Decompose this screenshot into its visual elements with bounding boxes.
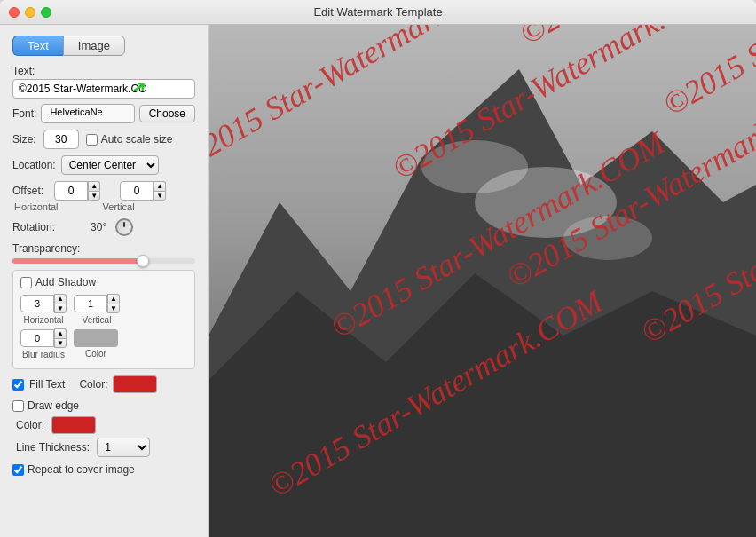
draw-edge-label: Draw edge (28, 399, 79, 412)
offset-v-up[interactable]: ▲ (154, 181, 166, 191)
font-label: Font: (12, 107, 36, 120)
rotation-dial[interactable] (115, 218, 133, 236)
transparency-slider-track[interactable] (12, 258, 195, 264)
choose-font-button[interactable]: Choose (139, 105, 195, 122)
shadow-blur-row: ▲ ▼ Blur radius Color (20, 328, 187, 359)
offset-h-label: Horizontal (14, 201, 59, 212)
tab-image[interactable]: Image (63, 36, 125, 56)
edge-color-label: Color: (16, 419, 44, 431)
blur-label: Blur radius (22, 350, 65, 359)
size-input[interactable] (43, 130, 79, 149)
line-thickness-row: Line Thickness: 1 2 3 (12, 438, 195, 457)
transparency-row: Transparency: (12, 242, 195, 264)
edge-color-swatch[interactable] (51, 416, 96, 434)
close-button[interactable] (9, 7, 20, 18)
preview-svg: ©2015 Star-Watermark.COM ©2015 Star-Wate… (209, 25, 756, 537)
text-input[interactable] (12, 79, 195, 99)
shadow-h-input[interactable] (20, 295, 54, 312)
main-window: Edit Watermark Template Text Image Text:… (0, 0, 756, 537)
repeat-label: Repeat to cover image (28, 463, 135, 476)
offset-h-down[interactable]: ▼ (88, 191, 100, 201)
offset-label: Offset: (12, 185, 43, 197)
shadow-label: Add Shadow (35, 276, 96, 288)
fill-text-checkbox[interactable] (12, 379, 24, 391)
shadow-header: Add Shadow (20, 276, 187, 288)
fill-color-swatch[interactable] (113, 375, 157, 393)
auto-scale-checkbox[interactable] (86, 134, 98, 146)
repeat-checkbox[interactable] (12, 464, 24, 476)
fill-color-label: Color: (79, 378, 107, 391)
titlebar: Edit Watermark Template (0, 0, 756, 25)
shadow-blur-col: ▲ ▼ Blur radius (20, 328, 67, 359)
rotation-row: Rotation: 30° (12, 218, 195, 236)
tab-row: Text Image (12, 36, 195, 56)
shadow-color-label: Color (85, 349, 106, 359)
shadow-checkbox[interactable] (20, 277, 32, 288)
traffic-lights (9, 7, 51, 18)
offset-h-wrap: ▲ ▼ (54, 181, 100, 201)
location-select[interactable]: Center Center (61, 155, 159, 175)
shadow-blur-input-row: ▲ ▼ (20, 328, 67, 348)
offset-v-down[interactable]: ▼ (154, 191, 166, 201)
offset-row: Offset: ▲ ▼ ▲ ▼ (12, 181, 195, 201)
text-label: Text: (12, 65, 35, 77)
content-area: Text Image Text: ➜ Font: .HelveticaNe Ch… (0, 25, 756, 537)
transparency-label: Transparency: (12, 242, 80, 255)
offset-h-up[interactable]: ▲ (88, 181, 100, 191)
shadow-v-label: Vertical (83, 315, 112, 325)
location-row: Location: Center Center (12, 155, 195, 175)
blur-input[interactable] (20, 329, 54, 347)
repeat-row: Repeat to cover image (12, 463, 195, 476)
fill-row: Fill Text Color: (12, 375, 195, 393)
shadow-h-up[interactable]: ▲ (54, 294, 67, 304)
blur-down[interactable]: ▼ (54, 338, 67, 348)
maximize-button[interactable] (41, 7, 51, 18)
shadow-section: Add Shadow ▲ ▼ Horizontal (12, 270, 195, 369)
line-thickness-select[interactable]: 1 2 3 (97, 438, 150, 457)
shadow-color-swatch[interactable] (74, 329, 118, 347)
text-field-section: Text: (12, 65, 195, 104)
offset-h-stepper: ▲ ▼ (88, 181, 100, 201)
shadow-inputs: ▲ ▼ Horizontal ▲ ▼ (20, 294, 187, 325)
watermark-preview: ©2015 Star-Watermark.COM ©2015 Star-Wate… (209, 25, 756, 537)
edge-color-row: Color: (12, 416, 195, 434)
draw-edge-checkbox[interactable] (12, 400, 24, 412)
location-label: Location: (12, 159, 56, 171)
edge-header: Draw edge (12, 399, 195, 412)
edge-section: Draw edge Color: Line Thickness: 1 2 3 (12, 399, 195, 457)
shadow-h-input-row: ▲ ▼ (20, 294, 67, 313)
blur-up[interactable]: ▲ (54, 328, 67, 338)
shadow-v-up[interactable]: ▲ (107, 294, 120, 304)
auto-scale-label[interactable]: Auto scale size (86, 133, 173, 146)
offset-h-input[interactable] (54, 181, 88, 201)
offset-v-input[interactable] (120, 181, 154, 201)
size-label: Size: (12, 133, 36, 146)
right-panel: ©2015 Star-Watermark.COM ©2015 Star-Wate… (209, 25, 756, 537)
minimize-button[interactable] (25, 7, 35, 18)
offset-v-stepper: ▲ ▼ (154, 181, 166, 201)
shadow-h-stepper: ▲ ▼ (54, 294, 67, 313)
font-display: .HelveticaNe (41, 104, 134, 123)
size-row: Size: Auto scale size (12, 130, 195, 149)
shadow-h-down[interactable]: ▼ (54, 304, 67, 313)
left-panel: Text Image Text: ➜ Font: .HelveticaNe Ch… (0, 25, 209, 537)
shadow-h-col: ▲ ▼ Horizontal (20, 294, 67, 325)
shadow-color-col: Color (74, 328, 118, 359)
rotation-value: 30° (91, 221, 106, 233)
blur-stepper: ▲ ▼ (54, 328, 67, 348)
line-thickness-label: Line Thickness: (16, 441, 90, 454)
fill-text-label: Fill Text (29, 378, 65, 391)
rotation-label: Rotation: (12, 221, 55, 233)
offset-v-wrap: ▲ ▼ (120, 181, 166, 201)
shadow-h-label: Horizontal (23, 315, 63, 325)
offset-v-label: Vertical (103, 201, 135, 212)
shadow-v-stepper: ▲ ▼ (107, 294, 120, 313)
transparency-slider-thumb[interactable] (137, 255, 149, 267)
offset-labels: Horizontal Vertical (14, 201, 195, 212)
window-title: Edit Watermark Template (313, 5, 442, 19)
shadow-v-input[interactable] (74, 295, 107, 312)
tab-text[interactable]: Text (12, 36, 63, 56)
shadow-v-down[interactable]: ▼ (107, 304, 120, 313)
shadow-v-input-row: ▲ ▼ (74, 294, 120, 313)
shadow-v-col: ▲ ▼ Vertical (74, 294, 120, 325)
